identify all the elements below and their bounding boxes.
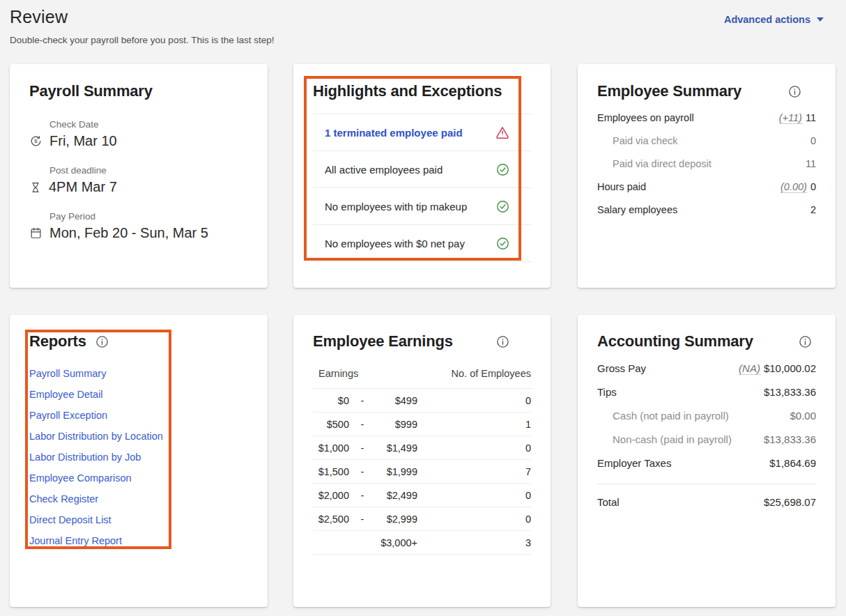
- accounting-summary-title: Accounting Summary: [597, 332, 753, 351]
- info-icon[interactable]: [788, 85, 801, 98]
- range-dash: -: [349, 419, 376, 430]
- range-low: $1,000: [313, 442, 349, 454]
- kv-value: $1,864.69: [769, 457, 816, 469]
- pay-period-value: Mon, Feb 20 - Sun, Mar 5: [49, 225, 208, 241]
- table-row: $1,000 - $1,499 0: [313, 436, 531, 460]
- kv-label: Cash (not paid in payroll): [613, 410, 729, 422]
- employee-earnings-card: Employee Earnings Earnings No. of Employ…: [293, 315, 551, 607]
- kv-value: 2: [810, 204, 816, 215]
- table-row: $500 - $999 1: [313, 413, 531, 436]
- range-low: $0: [313, 395, 349, 406]
- table-row: $1,500 - $1,999 7: [313, 460, 531, 484]
- page-subtitle: Double-check your payroll before you pos…: [10, 35, 274, 45]
- chevron-down-icon: [817, 17, 824, 22]
- range-low: $2,000: [313, 490, 349, 501]
- employee-summary-title: Employee Summary: [597, 82, 741, 100]
- range-dash: -: [349, 514, 376, 525]
- total-row: Total $25,698.07: [597, 496, 816, 508]
- range-low: $2,500: [313, 514, 349, 525]
- pay-period-group: Pay Period Mon, Feb 20 - Sun, Mar 5: [29, 211, 248, 241]
- employee-summary-card: Employee Summary Employees on payroll (+…: [578, 64, 836, 288]
- post-deadline-group: Post deadline 4PM Mar 7: [29, 165, 248, 195]
- kv-label: Paid via direct deposit: [613, 158, 712, 169]
- payroll-summary-title: Payroll Summary: [29, 82, 248, 100]
- gross-pay-row: Gross Pay (NA)$10,000.02: [597, 362, 816, 374]
- kv-label: Salary employees: [597, 204, 677, 215]
- employee-count: 3: [417, 537, 531, 548]
- range-low: $500: [313, 419, 349, 430]
- range-high: $1,999: [376, 466, 417, 477]
- na-annotation[interactable]: (NA): [739, 362, 760, 375]
- earnings-column-header: Earnings: [318, 368, 358, 379]
- svg-text:$: $: [34, 139, 38, 145]
- employee-count: 1: [417, 419, 531, 430]
- calendar-icon: [29, 226, 43, 240]
- info-icon[interactable]: [496, 335, 509, 348]
- kv-value: $0.00: [790, 410, 816, 422]
- hourglass-icon: [29, 180, 42, 194]
- kv-value: $13,833.36: [764, 386, 816, 398]
- paid-via-check-row: Paid via check 0: [597, 135, 816, 146]
- post-deadline-label: Post deadline: [49, 165, 248, 176]
- dollar-cycle-icon: $: [29, 134, 43, 148]
- delta-annotation[interactable]: (0.00): [780, 181, 807, 193]
- range-dash: -: [349, 395, 376, 406]
- kv-label: Hours paid: [597, 181, 646, 192]
- total-label: Total: [597, 496, 620, 508]
- info-icon[interactable]: [799, 335, 812, 348]
- check-date-label: Check Date: [49, 119, 248, 130]
- annotation-box-reports: [25, 330, 171, 549]
- post-deadline-value: 4PM Mar 7: [49, 179, 117, 195]
- hours-paid-row: Hours paid (0.00)0: [597, 181, 816, 192]
- total-value: $25,698.07: [764, 496, 816, 508]
- employees-column-header: No. of Employees: [452, 368, 531, 379]
- annotation-box-highlights: [304, 76, 521, 261]
- table-row: $2,500 - $2,999 0: [313, 507, 531, 531]
- kv-value: $13,833.36: [764, 433, 816, 445]
- employee-count: 0: [417, 395, 531, 406]
- range-high: $499: [376, 395, 417, 406]
- kv-label: Tips: [597, 386, 617, 398]
- range-high: $3,000+: [376, 537, 417, 548]
- employee-count: 7: [417, 466, 531, 477]
- employee-count: 0: [417, 442, 531, 454]
- noncash-tips-row: Non-cash (paid in payroll) $13,833.36: [597, 433, 816, 445]
- range-dash: -: [349, 466, 376, 477]
- kv-value: $10,000.02: [764, 362, 816, 374]
- range-high: $1,499: [376, 442, 417, 454]
- total-divider: [597, 484, 816, 484]
- cash-tips-row: Cash (not paid in payroll) $0.00: [597, 410, 816, 422]
- table-row: $0 - $499 0: [313, 389, 531, 413]
- kv-label: Non-cash (paid in payroll): [613, 433, 732, 445]
- delta-annotation[interactable]: (+11): [779, 112, 802, 124]
- range-dash: -: [349, 490, 376, 501]
- check-date-group: Check Date $ Fri, Mar 10: [29, 119, 248, 149]
- salary-employees-row: Salary employees 2: [597, 204, 816, 215]
- kv-value: 0: [810, 181, 816, 192]
- pay-period-label: Pay Period: [49, 211, 248, 222]
- employer-taxes-row: Employer Taxes $1,864.69: [597, 457, 816, 469]
- accounting-summary-card: Accounting Summary Gross Pay (NA)$10,000…: [578, 315, 836, 607]
- kv-label: Paid via check: [613, 135, 678, 146]
- payroll-review-page: Review Double-check your payroll before …: [0, 0, 846, 616]
- earnings-table: Earnings No. of Employees $0 - $499 0 $5…: [313, 368, 531, 555]
- page-title: Review: [10, 7, 68, 27]
- kv-value: 11: [806, 158, 816, 169]
- range-high: $2,999: [376, 514, 417, 525]
- range-high: $2,499: [376, 490, 417, 501]
- range-low: $1,500: [313, 466, 349, 477]
- check-date-value: Fri, Mar 10: [49, 133, 117, 149]
- kv-value: 0: [810, 135, 816, 146]
- range-high: $999: [376, 419, 417, 430]
- kv-label: Gross Pay: [597, 362, 646, 374]
- employee-count: 0: [417, 514, 531, 525]
- advanced-actions-button[interactable]: Advanced actions: [724, 14, 824, 25]
- kv-label: Employees on payroll: [597, 112, 694, 123]
- employees-on-payroll-row: Employees on payroll (+11)11: [597, 112, 816, 123]
- employee-count: 0: [417, 490, 531, 501]
- kv-value: 11: [806, 112, 816, 123]
- table-row: $2,000 - $2,499 0: [313, 484, 531, 507]
- advanced-actions-label: Advanced actions: [724, 14, 810, 25]
- paid-via-direct-deposit-row: Paid via direct deposit 11: [597, 158, 816, 169]
- range-dash: -: [349, 442, 376, 454]
